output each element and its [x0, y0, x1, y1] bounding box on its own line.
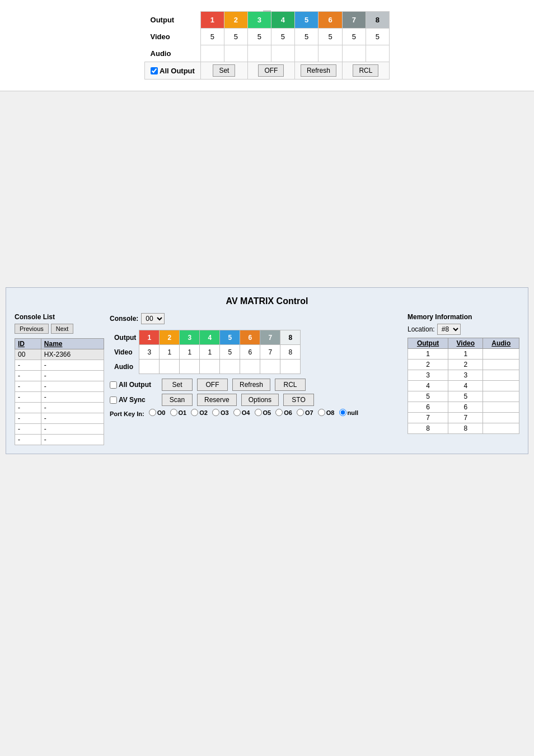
video-val-5[interactable]: 5 — [294, 29, 318, 45]
inner-video-4[interactable]: 1 — [200, 345, 220, 360]
inner-video-8[interactable]: 8 — [280, 345, 301, 360]
inner-audio-6[interactable] — [240, 360, 260, 374]
pk-o7[interactable]: O7 — [297, 409, 313, 416]
console-row-8[interactable]: -- — [15, 435, 104, 445]
inner-out-4[interactable]: 4 — [200, 330, 220, 345]
inner-audio-1[interactable] — [139, 360, 160, 374]
output-col-1[interactable]: 1 — [200, 12, 224, 29]
options-button[interactable]: Options — [241, 394, 279, 406]
inner-video-1[interactable]: 3 — [139, 345, 160, 360]
output-col-3[interactable]: 3 — [247, 12, 271, 29]
pk-o4[interactable]: O4 — [233, 409, 250, 416]
previous-button[interactable]: Previous — [15, 324, 49, 334]
memory-table-header: Output Video Audio — [408, 338, 519, 349]
audio-val-5[interactable] — [294, 45, 318, 62]
audio-val-3[interactable] — [247, 45, 271, 62]
console-name-5: - — [41, 403, 104, 413]
memory-row-5: 66 — [408, 402, 519, 413]
inner-audio-8[interactable] — [280, 360, 301, 374]
top-rcl-button[interactable]: RCL — [353, 64, 378, 77]
reserve-button[interactable]: Reserve — [197, 394, 237, 406]
inner-video-2[interactable]: 1 — [160, 345, 180, 360]
sto-button[interactable]: STO — [283, 394, 314, 406]
inner-video-5[interactable]: 5 — [220, 345, 240, 360]
audio-val-6[interactable] — [318, 45, 343, 62]
console-row-3[interactable]: -- — [15, 381, 104, 392]
console-row-7[interactable]: -- — [15, 424, 104, 435]
pk-o2[interactable]: O2 — [191, 409, 208, 416]
pk-o0[interactable]: O0 — [149, 409, 166, 416]
audio-val-4[interactable] — [271, 45, 294, 62]
video-val-3[interactable]: 5 — [247, 29, 271, 45]
output-col-5[interactable]: 5 — [294, 12, 318, 29]
console-row-6[interactable]: -- — [15, 413, 104, 424]
mem-output-header: Output — [408, 338, 448, 349]
top-all-output-checkbox[interactable] — [151, 67, 158, 74]
video-val-4[interactable]: 5 — [271, 29, 294, 45]
mem-output-2: 3 — [408, 370, 448, 381]
video-val-1[interactable]: 5 — [200, 29, 224, 45]
console-row-0[interactable]: 00HX-2366 — [15, 349, 104, 360]
off-button[interactable]: OFF — [197, 379, 228, 391]
top-off-button[interactable]: OFF — [258, 64, 284, 77]
inner-video-6[interactable]: 6 — [240, 345, 260, 360]
inner-audio-5[interactable] — [220, 360, 240, 374]
output-col-4[interactable]: 4 — [271, 12, 294, 29]
video-val-7[interactable]: 5 — [342, 29, 366, 45]
inner-out-7[interactable]: 7 — [260, 330, 280, 345]
console-row-5[interactable]: -- — [15, 403, 104, 413]
inner-audio-4[interactable] — [200, 360, 220, 374]
pk-o8[interactable]: O8 — [318, 409, 335, 416]
all-output-label[interactable]: All Output — [110, 381, 157, 389]
output-col-7[interactable]: 7 — [342, 12, 366, 29]
output-col-8[interactable]: 8 — [366, 12, 389, 29]
av-sync-checkbox[interactable] — [110, 396, 117, 404]
video-val-6[interactable]: 5 — [318, 29, 343, 45]
console-select[interactable]: 00 — [141, 313, 165, 324]
next-button[interactable]: Next — [51, 324, 74, 334]
top-set-button[interactable]: Set — [213, 64, 235, 77]
port-key-options: O0 O1 O2 O3 O4 O5 O6 O7 O8 null — [149, 410, 361, 417]
output-row: Output 1 2 3 4 5 6 7 8 — [145, 12, 390, 29]
pk-o5[interactable]: O5 — [255, 409, 271, 416]
console-row-1[interactable]: -- — [15, 360, 104, 371]
location-select[interactable]: #8 — [437, 324, 461, 335]
inner-video-7[interactable]: 7 — [260, 345, 280, 360]
top-refresh-button[interactable]: Refresh — [301, 64, 336, 77]
video-val-2[interactable]: 5 — [224, 29, 247, 45]
audio-val-7[interactable] — [342, 45, 366, 62]
pk-null[interactable]: null — [339, 409, 359, 416]
audio-val-2[interactable] — [224, 45, 247, 62]
pk-o1[interactable]: O1 — [170, 409, 187, 416]
all-output-checkbox[interactable] — [110, 381, 117, 389]
inner-out-1[interactable]: 1 — [139, 330, 160, 345]
inner-out-8[interactable]: 8 — [280, 330, 301, 345]
inner-out-5[interactable]: 5 — [220, 330, 240, 345]
console-row-4[interactable]: -- — [15, 392, 104, 403]
inner-out-3[interactable]: 3 — [180, 330, 200, 345]
inner-out-2[interactable]: 2 — [160, 330, 180, 345]
console-row-2[interactable]: -- — [15, 371, 104, 381]
memory-table: Output Video Audio 1122334455667788 — [407, 338, 519, 434]
pk-o6[interactable]: O6 — [275, 409, 292, 416]
inner-video-3[interactable]: 1 — [180, 345, 200, 360]
top-section: Output 1 2 3 4 5 6 7 8 Video 5 5 5 5 — [0, 0, 534, 91]
pk-o3[interactable]: O3 — [212, 409, 229, 416]
output-col-6[interactable]: 6 — [318, 12, 343, 29]
inner-audio-3[interactable] — [180, 360, 200, 374]
set-button[interactable]: Set — [162, 379, 193, 391]
av-sync-label[interactable]: AV Sync — [110, 396, 157, 404]
output-col-2[interactable]: 2 — [224, 12, 247, 29]
refresh-button[interactable]: Refresh — [232, 379, 270, 391]
rcl-button[interactable]: RCL — [275, 379, 306, 391]
inner-audio-2[interactable] — [160, 360, 180, 374]
inner-audio-7[interactable] — [260, 360, 280, 374]
top-all-output-label[interactable]: All Output — [151, 67, 195, 75]
inner-out-6[interactable]: 6 — [240, 330, 260, 345]
audio-val-1[interactable] — [200, 45, 224, 62]
video-val-8[interactable]: 5 — [366, 29, 389, 45]
audio-val-8[interactable] — [366, 45, 389, 62]
scan-button[interactable]: Scan — [162, 394, 193, 406]
console-name-8: - — [41, 435, 104, 445]
mem-video-1: 2 — [448, 360, 483, 370]
